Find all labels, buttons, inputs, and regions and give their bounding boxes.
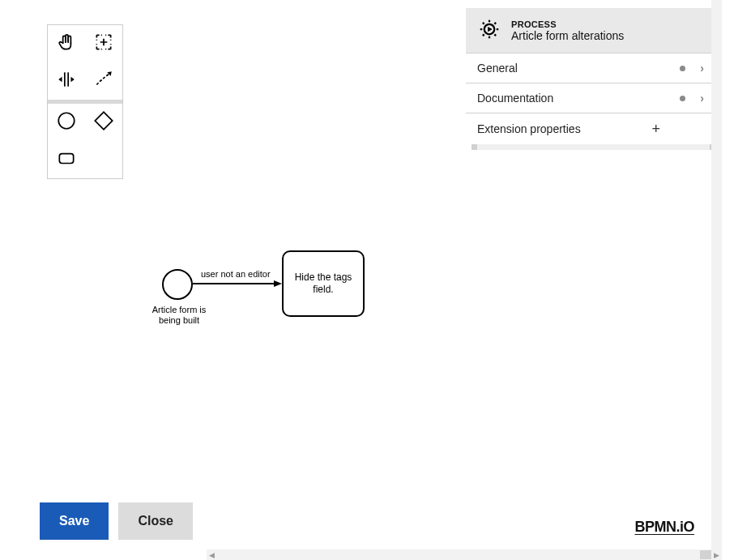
- footer: Save Close: [40, 502, 193, 540]
- svg-point-5: [58, 113, 75, 129]
- section-general[interactable]: General ›: [466, 53, 715, 83]
- lasso-tool[interactable]: [85, 25, 122, 62]
- section-extension-properties[interactable]: Extension properties +: [466, 113, 715, 144]
- space-icon: [56, 69, 77, 93]
- sequence-flow[interactable]: [193, 280, 282, 292]
- connection-tool[interactable]: [85, 62, 122, 100]
- svg-marker-1: [274, 280, 282, 287]
- rounded-rect-icon: [56, 147, 77, 172]
- process-icon: [477, 17, 501, 45]
- section-label: Documentation: [477, 92, 553, 105]
- circle-icon: [56, 110, 77, 135]
- save-button[interactable]: Save: [40, 502, 109, 540]
- hand-tool[interactable]: [48, 25, 85, 62]
- chevron-right-icon: ›: [700, 92, 704, 105]
- palette-empty: [85, 141, 122, 178]
- hand-icon: [56, 32, 77, 56]
- start-event[interactable]: [162, 269, 193, 300]
- start-event-label: Article form is being built: [140, 305, 218, 326]
- lasso-icon: [93, 32, 114, 56]
- plus-icon[interactable]: +: [651, 122, 660, 136]
- create-gateway[interactable]: [85, 104, 122, 141]
- task-label: Hide the tags field.: [288, 271, 358, 296]
- properties-title: Article form alterations: [511, 29, 624, 42]
- tool-palette: [47, 24, 123, 179]
- dot-icon: [680, 66, 685, 71]
- section-label: Extension properties: [477, 122, 581, 135]
- connection-icon: [93, 69, 114, 93]
- page-horizontal-scrollbar[interactable]: ◀ ▶: [207, 549, 722, 560]
- svg-rect-7: [59, 154, 73, 164]
- dot-icon: [680, 96, 685, 101]
- create-start-event[interactable]: [48, 104, 85, 141]
- page-vertical-scrollbar[interactable]: [711, 0, 722, 549]
- chevron-right-icon: ›: [700, 62, 704, 75]
- diamond-icon: [93, 110, 114, 135]
- props-horizontal-scrollbar[interactable]: [472, 144, 715, 150]
- space-tool[interactable]: [48, 62, 85, 100]
- svg-marker-9: [488, 27, 493, 32]
- section-documentation[interactable]: Documentation ›: [466, 83, 715, 113]
- properties-header: PROCESS Article form alterations: [466, 9, 715, 53]
- scroll-left-icon[interactable]: ◀: [207, 549, 217, 560]
- properties-panel: PROCESS Article form alterations General…: [466, 8, 715, 144]
- close-button[interactable]: Close: [118, 502, 193, 540]
- properties-eyebrow: PROCESS: [511, 19, 624, 29]
- scroll-thumb[interactable]: [700, 550, 711, 559]
- section-label: General: [477, 62, 518, 75]
- create-task[interactable]: [48, 141, 85, 178]
- bpmn-io-logo[interactable]: BPMN.iO: [634, 519, 694, 536]
- sequence-flow-label: user not an editor: [201, 269, 271, 279]
- task[interactable]: Hide the tags field.: [282, 250, 365, 317]
- scroll-right-icon[interactable]: ▶: [711, 549, 722, 560]
- svg-rect-6: [95, 112, 112, 129]
